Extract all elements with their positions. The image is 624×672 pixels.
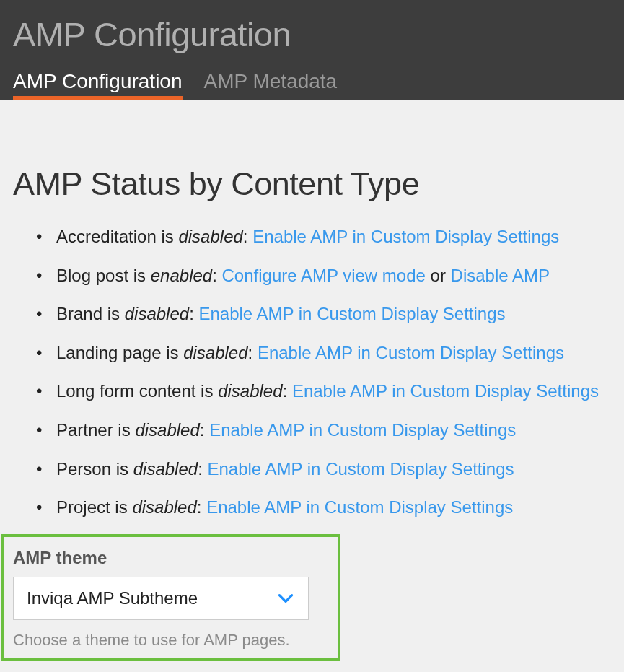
list-item: Accreditation is disabled: Enable AMP in… [56,224,611,249]
configure-link[interactable]: Configure AMP view mode [222,266,426,285]
list-item: Long form content is disabled: Enable AM… [56,379,611,403]
content-type-name: Brand [56,304,102,323]
list-item: Partner is disabled: Enable AMP in Custo… [56,418,611,442]
status-badge: disabled [133,459,198,479]
status-badge: disabled [132,497,196,517]
enable-link[interactable]: Enable AMP in Custom Display Settings [258,343,564,362]
amp-theme-label: AMP theme [13,548,329,568]
status-badge: enabled [151,266,212,285]
enable-link[interactable]: Enable AMP in Custom Display Settings [207,459,514,479]
amp-theme-description: Choose a theme to use for AMP pages. [13,631,329,650]
amp-theme-select[interactable]: Inviqa AMP Subtheme [13,577,309,620]
enable-link[interactable]: Enable AMP in Custom Display Settings [198,304,505,323]
content-type-name: Accreditation [56,227,157,246]
list-item: Blog post is enabled: Configure AMP view… [56,263,611,288]
status-badge: disabled [135,420,199,440]
chevron-down-icon [276,589,295,608]
disable-link[interactable]: Disable AMP [451,266,550,285]
content-type-name: Person [56,459,111,479]
status-badge: disabled [183,343,247,362]
content-type-name: Landing page [56,343,161,362]
enable-link[interactable]: Enable AMP in Custom Display Settings [252,227,559,246]
enable-link[interactable]: Enable AMP in Custom Display Settings [209,420,516,440]
amp-theme-section: AMP theme Inviqa AMP Subtheme Choose a t… [1,534,340,661]
content-type-list: Accreditation is disabled: Enable AMP in… [13,224,611,520]
list-item: Project is disabled: Enable AMP in Custo… [56,495,611,520]
section-title: AMP Status by Content Type [13,165,611,203]
list-item: Landing page is disabled: Enable AMP in … [56,341,611,365]
status-badge: disabled [218,381,282,401]
status-badge: disabled [178,227,242,246]
content-type-name: Long form content [56,381,195,401]
select-value: Inviqa AMP Subtheme [27,588,276,608]
tab-amp-metadata[interactable]: AMP Metadata [204,70,338,100]
enable-link[interactable]: Enable AMP in Custom Display Settings [206,497,513,517]
enable-link[interactable]: Enable AMP in Custom Display Settings [292,381,599,401]
page-title: AMP Configuration [13,14,611,54]
status-badge: disabled [125,304,189,323]
content-type-name: Blog post [56,266,128,285]
list-item: Person is disabled: Enable AMP in Custom… [56,457,611,481]
tabs: AMP Configuration AMP Metadata [13,70,611,100]
tab-amp-configuration[interactable]: AMP Configuration [13,70,183,100]
content-type-name: Project [56,497,110,517]
list-item: Brand is disabled: Enable AMP in Custom … [56,302,611,326]
content-type-name: Partner [56,420,113,440]
header: AMP Configuration AMP Configuration AMP … [0,0,624,100]
content: AMP Status by Content Type Accreditation… [0,100,624,672]
